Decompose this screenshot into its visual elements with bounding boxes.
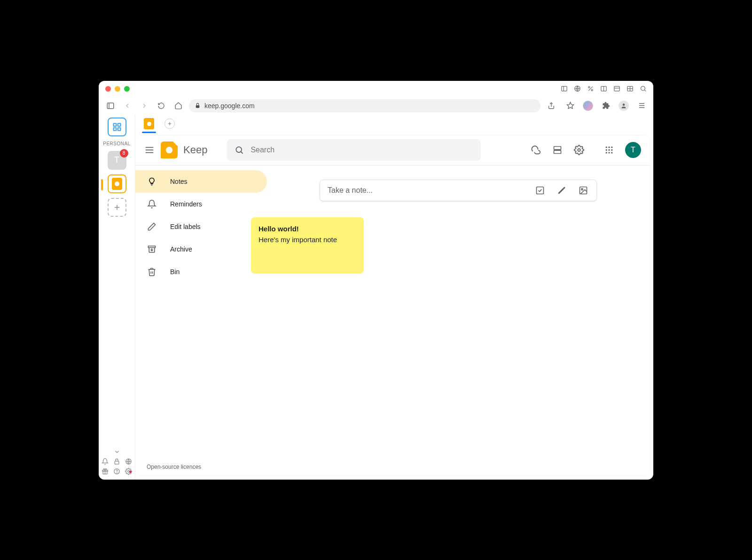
refresh-cloud-icon[interactable] bbox=[530, 144, 541, 156]
chevron-down-icon[interactable] bbox=[114, 449, 120, 455]
svg-point-54 bbox=[606, 152, 607, 153]
svg-rect-30 bbox=[115, 461, 119, 464]
rail-keep-app[interactable] bbox=[108, 174, 126, 193]
avatar-letter: T bbox=[631, 146, 635, 154]
main-menu-button[interactable] bbox=[144, 144, 155, 156]
columns-icon[interactable] bbox=[600, 85, 607, 93]
window-minimize-button[interactable] bbox=[115, 86, 120, 92]
note-card[interactable]: Hello world! Here's my important note bbox=[251, 217, 364, 274]
nav-forward-button[interactable] bbox=[138, 100, 150, 112]
sidebar-toggle-icon[interactable] bbox=[104, 100, 117, 112]
new-image-icon[interactable] bbox=[578, 185, 589, 196]
home-button[interactable] bbox=[172, 100, 184, 112]
app-left-rail: PERSONAL T 8 bbox=[99, 115, 135, 480]
new-tab-button[interactable] bbox=[164, 118, 175, 129]
grid4-icon[interactable] bbox=[626, 85, 634, 93]
tab-keep[interactable] bbox=[142, 117, 156, 131]
keep-app: Keep T bbox=[135, 135, 650, 476]
search-input[interactable] bbox=[251, 146, 473, 154]
svg-point-61 bbox=[581, 188, 583, 189]
globe-small-icon[interactable] bbox=[125, 458, 132, 465]
nav-item-notes[interactable]: Notes bbox=[135, 170, 267, 193]
svg-rect-25 bbox=[118, 123, 120, 126]
browser-toolbar: keep.google.com bbox=[99, 97, 653, 115]
search-bar[interactable] bbox=[227, 139, 481, 161]
gift-icon[interactable] bbox=[102, 468, 109, 475]
list-view-icon[interactable] bbox=[552, 144, 563, 156]
tab-strip bbox=[135, 115, 653, 134]
window-close-button[interactable] bbox=[105, 86, 111, 92]
svg-point-52 bbox=[608, 149, 610, 150]
rail-workspace-avatar[interactable]: T 8 bbox=[108, 151, 126, 170]
search-icon bbox=[235, 145, 244, 155]
svg-point-36 bbox=[117, 473, 117, 473]
bell-icon[interactable] bbox=[102, 458, 109, 465]
address-bar-url: keep.google.com bbox=[204, 102, 255, 110]
nav-item-bin[interactable]: Bin bbox=[135, 260, 267, 283]
svg-line-14 bbox=[644, 90, 646, 91]
extension-avatar-icon[interactable] bbox=[583, 101, 593, 111]
help-icon[interactable] bbox=[113, 468, 120, 475]
svg-point-13 bbox=[641, 87, 645, 91]
take-note-input[interactable]: Take a note... bbox=[320, 180, 597, 201]
svg-point-43 bbox=[236, 147, 242, 152]
svg-point-53 bbox=[611, 149, 612, 150]
svg-rect-17 bbox=[196, 105, 200, 108]
svg-point-4 bbox=[588, 87, 589, 88]
share-icon[interactable] bbox=[545, 100, 557, 112]
browser-profile-button[interactable] bbox=[619, 101, 629, 111]
bookmark-star-icon[interactable] bbox=[564, 100, 576, 112]
nav-item-reminders[interactable]: Reminders bbox=[135, 193, 267, 215]
search-icon[interactable] bbox=[639, 85, 647, 93]
nav-item-edit-labels[interactable]: Edit labels bbox=[135, 215, 267, 238]
globe-icon[interactable] bbox=[573, 85, 581, 93]
settings-gear-icon[interactable] bbox=[573, 144, 585, 156]
app-title: Keep bbox=[183, 144, 207, 156]
svg-point-48 bbox=[606, 147, 607, 148]
rail-add-button[interactable] bbox=[108, 198, 126, 217]
extensions-puzzle-icon[interactable] bbox=[600, 100, 612, 112]
reload-button[interactable] bbox=[155, 100, 167, 112]
percent-icon[interactable] bbox=[587, 85, 594, 93]
new-list-icon[interactable] bbox=[534, 185, 546, 196]
layout-icon[interactable] bbox=[613, 85, 620, 93]
svg-rect-15 bbox=[107, 103, 114, 109]
svg-point-55 bbox=[608, 152, 610, 153]
svg-point-49 bbox=[608, 147, 610, 148]
account-avatar[interactable]: T bbox=[625, 142, 641, 158]
svg-rect-57 bbox=[149, 246, 156, 247]
note-title: Hello world! bbox=[258, 225, 356, 233]
lock-icon bbox=[195, 103, 201, 109]
gear-small-icon[interactable] bbox=[125, 468, 132, 475]
trash-icon bbox=[147, 267, 157, 277]
svg-rect-46 bbox=[554, 150, 561, 154]
address-bar[interactable]: keep.google.com bbox=[189, 99, 540, 112]
window-zoom-button[interactable] bbox=[124, 86, 130, 92]
svg-marker-19 bbox=[567, 102, 573, 108]
svg-rect-0 bbox=[561, 87, 566, 91]
nav-item-archive[interactable]: Archive bbox=[135, 238, 267, 260]
google-apps-icon[interactable] bbox=[603, 144, 615, 156]
nav-item-label: Archive bbox=[170, 245, 192, 253]
svg-rect-45 bbox=[554, 147, 561, 150]
footer-licences-link[interactable]: Open-source licences bbox=[135, 458, 650, 476]
titlebar-right-icons bbox=[560, 85, 647, 93]
workspace-grid-button[interactable] bbox=[108, 118, 126, 136]
notes-area: Take a note... Hello world! Here's my im… bbox=[267, 166, 650, 458]
nav-item-label: Notes bbox=[170, 178, 188, 185]
browser-menu-icon[interactable] bbox=[635, 100, 648, 112]
keep-header: Keep T bbox=[135, 135, 650, 166]
rail-notification-badge: 8 bbox=[120, 149, 128, 158]
panel-icon[interactable] bbox=[560, 85, 568, 93]
lock-small-icon[interactable] bbox=[113, 458, 120, 465]
svg-point-20 bbox=[623, 103, 625, 106]
rail-section-label: PERSONAL bbox=[103, 141, 130, 146]
take-note-placeholder: Take a note... bbox=[328, 186, 524, 195]
rail-active-indicator bbox=[101, 179, 103, 190]
svg-point-47 bbox=[578, 149, 580, 151]
nav-item-label: Reminders bbox=[170, 200, 202, 208]
nav-back-button[interactable] bbox=[121, 100, 133, 112]
new-drawing-icon[interactable] bbox=[556, 185, 567, 196]
browser-window: keep.google.com PERSONAL T 8 bbox=[99, 81, 653, 480]
svg-rect-27 bbox=[118, 127, 120, 130]
